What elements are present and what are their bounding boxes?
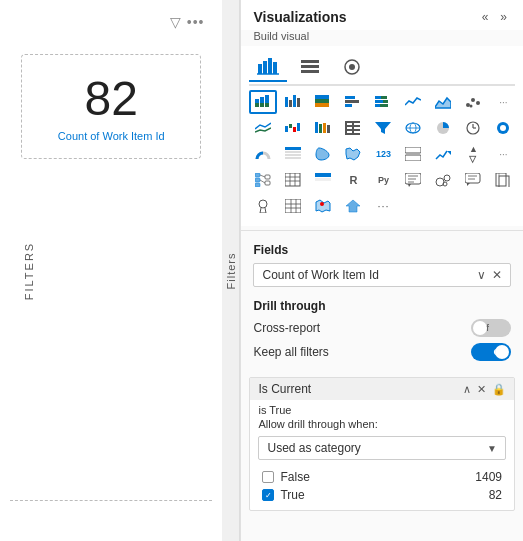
chart-icon-filled-map[interactable] — [339, 142, 367, 166]
false-label: False — [280, 470, 309, 484]
is-current-header: Is Current ∧ ✕ 🔒 — [250, 378, 514, 400]
filter-icon[interactable]: ▽ — [170, 14, 181, 30]
tab-build-visual[interactable] — [249, 54, 287, 82]
svg-rect-25 — [345, 104, 352, 107]
chart-icon-award[interactable] — [249, 194, 277, 218]
dotted-divider — [10, 500, 212, 501]
chart-icon-donut[interactable] — [489, 116, 517, 140]
chart-icon-paginated[interactable] — [489, 168, 517, 192]
chart-icon-bubble[interactable] — [429, 168, 457, 192]
svg-line-99 — [265, 208, 266, 213]
svg-rect-65 — [405, 155, 421, 161]
svg-rect-42 — [323, 123, 326, 133]
chart-icon-multi-row-card[interactable] — [399, 142, 427, 166]
field-tag-actions: ∨ ✕ — [477, 268, 502, 282]
remove-icon[interactable]: ✕ — [477, 383, 486, 396]
svg-line-73 — [260, 180, 265, 183]
chart-icon-waterfall[interactable] — [279, 116, 307, 140]
chart-icon-stacked-bar[interactable] — [249, 90, 277, 114]
true-checkbox[interactable] — [262, 489, 274, 501]
chart-icon-filter[interactable] — [369, 116, 397, 140]
chart-icon-clustered-bar[interactable] — [279, 90, 307, 114]
svg-rect-101 — [285, 199, 301, 213]
expand-up-icon[interactable]: ∧ — [463, 383, 471, 396]
prev-arrow-button[interactable]: « — [478, 8, 493, 26]
chart-icon-clock[interactable] — [459, 116, 487, 140]
chart-icon-shape[interactable] — [309, 142, 337, 166]
chart-icon-bar-h[interactable] — [339, 90, 367, 114]
expand-icon[interactable]: ∨ — [477, 268, 486, 282]
filters-vertical-label: Filters — [23, 241, 35, 299]
svg-rect-26 — [375, 96, 381, 99]
fields-section: Fields Count of Work Item Id ∨ ✕ — [241, 235, 523, 291]
next-arrow-button[interactable]: » — [496, 8, 511, 26]
svg-rect-63 — [285, 157, 301, 159]
lock-icon[interactable]: 🔒 — [492, 383, 506, 396]
field-tag-work-item[interactable]: Count of Work Item Id ∨ ✕ — [253, 263, 511, 287]
allow-drill-text: Allow drill through when: — [258, 418, 506, 430]
chart-icon-table2[interactable] — [309, 168, 337, 192]
chart-icon-decomptree[interactable] — [249, 168, 277, 192]
list-item: False 1409 — [258, 468, 506, 486]
chart-icon-table[interactable] — [279, 142, 307, 166]
svg-rect-39 — [297, 123, 300, 131]
more-options-icon[interactable]: ••• — [187, 14, 205, 30]
chart-icon-map2[interactable] — [309, 194, 337, 218]
viz-icons-section: ··· — [241, 46, 523, 226]
chart-icon-table3[interactable] — [279, 194, 307, 218]
chart-icon-more-row3[interactable]: ··· — [489, 142, 517, 166]
chart-icon-kpi[interactable] — [429, 142, 457, 166]
chart-icon-ribbon[interactable] — [309, 116, 337, 140]
chart-icon-line2[interactable] — [249, 116, 277, 140]
chart-icon-gauge[interactable] — [249, 142, 277, 166]
svg-rect-21 — [315, 99, 329, 103]
chart-icon-matrix2[interactable] — [279, 168, 307, 192]
svg-rect-0 — [258, 64, 262, 74]
is-current-actions: ∧ ✕ 🔒 — [463, 383, 506, 396]
chart-icon-100pct-bar[interactable] — [309, 90, 337, 114]
chart-icon-comment[interactable] — [459, 168, 487, 192]
chart-icon-text[interactable]: ▲▽ — [459, 142, 487, 166]
used-category-dropdown[interactable]: Used as category ▼ — [258, 436, 506, 460]
dropdown-value: Used as category — [267, 441, 360, 455]
cross-report-toggle[interactable]: Off — [471, 319, 511, 337]
svg-rect-20 — [315, 95, 329, 99]
tab-format[interactable] — [333, 54, 371, 82]
svg-rect-37 — [289, 124, 292, 128]
chart-icon-Py[interactable]: Py — [369, 168, 397, 192]
cross-report-label: Cross-report — [253, 321, 320, 335]
sidebar-filter-strip: Filters — [222, 0, 240, 541]
chart-icon-area[interactable] — [429, 90, 457, 114]
chart-icon-123[interactable]: 123 — [369, 142, 397, 166]
chart-icon-map[interactable] — [399, 116, 427, 140]
remove-field-icon[interactable]: ✕ — [492, 268, 502, 282]
svg-point-88 — [444, 175, 450, 181]
chart-icon-arrow[interactable] — [339, 194, 367, 218]
chart-icon-scatter[interactable] — [459, 90, 487, 114]
svg-rect-90 — [465, 173, 480, 183]
chart-icon-matrix[interactable] — [339, 116, 367, 140]
chart-icon-more-row1[interactable]: ··· — [489, 90, 517, 114]
svg-rect-69 — [255, 183, 260, 187]
chart-icon-stacked-bar-h[interactable] — [369, 90, 397, 114]
false-checkbox[interactable] — [262, 471, 274, 483]
chart-icon-line[interactable] — [399, 90, 427, 114]
svg-rect-24 — [345, 100, 359, 103]
svg-rect-10 — [255, 99, 259, 103]
svg-rect-11 — [255, 103, 259, 107]
chart-icon-smart-narrative[interactable] — [399, 168, 427, 192]
svg-rect-7 — [301, 70, 319, 73]
svg-rect-61 — [285, 151, 301, 153]
svg-rect-70 — [265, 175, 270, 179]
svg-point-33 — [471, 98, 475, 102]
keep-filters-toggle[interactable]: On — [471, 343, 511, 361]
chart-icon-pie[interactable] — [429, 116, 457, 140]
tab-fields[interactable] — [291, 54, 329, 82]
cross-report-toggle-label: Off — [475, 323, 490, 333]
svg-marker-66 — [447, 151, 451, 155]
viz-header: Visualizations « » — [241, 0, 523, 30]
svg-point-32 — [466, 103, 470, 107]
chart-icon-R[interactable]: R — [339, 168, 367, 192]
svg-line-98 — [260, 208, 261, 213]
chart-icon-more-ellipsis[interactable]: ··· — [369, 194, 397, 218]
